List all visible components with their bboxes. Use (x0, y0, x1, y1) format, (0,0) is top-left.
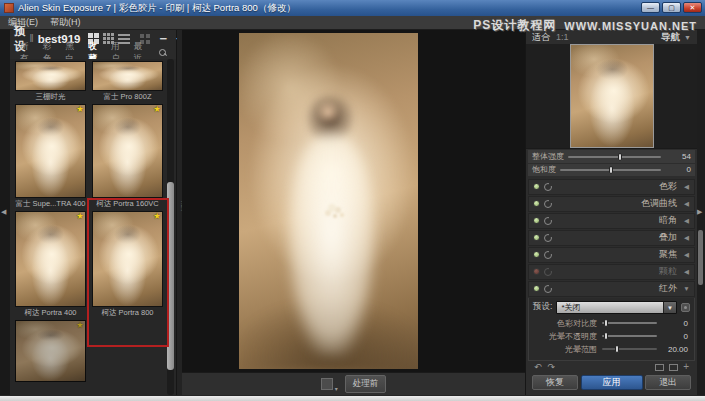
photo-figure-dress (285, 134, 378, 356)
reset-icon[interactable] (544, 183, 552, 191)
section-overlay[interactable]: 叠加 ◀ (528, 230, 695, 246)
enabled-dot-icon[interactable] (533, 200, 540, 207)
infrared-preset-dropdown[interactable]: *关闭 ▼ (556, 301, 677, 314)
close-button[interactable]: ✕ (683, 2, 702, 13)
enabled-dot-icon[interactable] (533, 217, 540, 224)
single-view-icon[interactable] (655, 364, 664, 371)
collapse-icon[interactable]: ◀ (683, 200, 690, 208)
navigator-area (526, 44, 697, 149)
preset-thumbnail[interactable]: ★ (15, 320, 86, 382)
preview-image[interactable] (239, 33, 418, 369)
section-grain[interactable]: 颗粒 ◀ (528, 264, 695, 280)
collapse-left-icon[interactable]: ◀ (1, 208, 6, 216)
section-focus[interactable]: 聚焦 ◀ (528, 247, 695, 263)
slider-track[interactable] (602, 348, 657, 350)
preset-category-tabs: 所有 彩色 黑白 收藏 用户 最近 (10, 46, 176, 59)
slider-thumb[interactable] (609, 166, 613, 174)
navigator-thumbnail[interactable] (570, 44, 654, 148)
preset-scrollbar-thumb[interactable] (167, 182, 174, 370)
collapse-icon[interactable]: ◀ (683, 251, 690, 259)
add-view-icon[interactable]: + (683, 363, 689, 371)
screen: Alien Skin Exposure 7 | 彩色胶片 - 印刷 | 柯达 P… (0, 0, 705, 401)
preset-item-selected[interactable]: ★ 柯达 Portra 800 (92, 211, 163, 318)
right-scrollbar-thumb[interactable] (698, 230, 703, 285)
preset-item[interactable]: 富士 Pro 800Z (92, 61, 163, 102)
color-contrast-slider[interactable]: 色彩对比度 0 (533, 317, 690, 330)
reset-icon[interactable] (544, 285, 552, 293)
preset-item[interactable]: ★ 柯达 Portra 160VC (92, 104, 163, 209)
collapse-icon[interactable]: ◀ (683, 234, 690, 242)
star-icon[interactable]: ★ (76, 104, 84, 114)
left-collapse-strip[interactable]: ◀ (0, 30, 10, 395)
preset-item[interactable]: ★ (15, 320, 86, 393)
preset-item[interactable]: 三棚时光 (15, 61, 86, 102)
slider-track[interactable] (568, 156, 661, 158)
preset-item[interactable]: ★ 富士 Supe...TRA 400 (15, 104, 86, 209)
expand-icon[interactable]: ▼ (683, 285, 690, 292)
overall-intensity-slider[interactable]: 整体强度 54 (528, 150, 695, 162)
enabled-dot-icon[interactable] (533, 285, 540, 292)
navigator-collapse-icon[interactable]: ▼ (684, 34, 691, 41)
reset-icon[interactable] (544, 200, 552, 208)
reset-icon[interactable] (544, 234, 552, 242)
slider-track[interactable] (602, 322, 657, 324)
slider-thumb[interactable] (618, 153, 622, 161)
split-view-icon[interactable] (669, 364, 678, 371)
enabled-dot-icon[interactable] (533, 251, 540, 258)
exit-button[interactable]: 退出 (645, 375, 691, 390)
slider-track[interactable] (602, 335, 657, 337)
collapse-icon[interactable]: ◀ (683, 217, 690, 225)
reset-icon[interactable] (544, 217, 552, 225)
minimize-button[interactable]: — (641, 2, 660, 13)
collapse-icon[interactable]: ◀ (683, 183, 690, 191)
enabled-dot-icon[interactable] (533, 234, 540, 241)
right-collapse-strip[interactable]: ▶ (697, 30, 705, 395)
reset-icon[interactable] (544, 268, 552, 276)
saturation-slider[interactable]: 饱和度 0 (528, 164, 695, 176)
slider-thumb[interactable] (615, 345, 619, 353)
star-icon[interactable]: ★ (153, 104, 161, 114)
collapse-icon[interactable]: ◀ (683, 268, 690, 276)
before-button[interactable]: 处理前 (345, 375, 387, 393)
section-color[interactable]: 色彩 ◀ (528, 179, 695, 195)
preset-options-icon[interactable] (681, 303, 690, 312)
before-thumbnail-icon[interactable] (321, 378, 333, 390)
slider-thumb[interactable] (604, 319, 608, 327)
star-icon[interactable]: ★ (153, 211, 161, 221)
preset-thumbnail[interactable] (15, 61, 86, 91)
search-icon[interactable] (159, 49, 166, 57)
preset-thumbnail[interactable] (92, 61, 163, 91)
reset-icon[interactable] (544, 251, 552, 259)
effect-sections: 色彩 ◀ 色调曲线 ◀ 暗角 ◀ (526, 179, 697, 361)
preset-label: 富士 Supe...TRA 400 (15, 198, 86, 209)
preset-item[interactable]: ★ 柯达 Portra 400 (15, 211, 86, 318)
dropdown-arrow-icon[interactable]: ▼ (663, 302, 676, 313)
section-tone-curve[interactable]: 色调曲线 ◀ (528, 196, 695, 212)
restore-button[interactable]: 恢复 (532, 375, 578, 390)
compare-view-icon[interactable] (140, 34, 150, 44)
slider-thumb[interactable] (604, 332, 608, 340)
collapse-right-icon[interactable]: ▶ (697, 208, 702, 216)
preset-label: 富士 Pro 800Z (92, 91, 163, 102)
enabled-dot-icon[interactable] (533, 183, 540, 190)
slider-track[interactable] (560, 169, 661, 171)
menu-help[interactable]: 帮助(H) (50, 16, 81, 29)
halation-opacity-slider[interactable]: 光晕不透明度 0 (533, 330, 690, 343)
restore-button[interactable]: ▢ (662, 2, 681, 13)
star-icon[interactable]: ★ (76, 211, 84, 221)
star-icon[interactable]: ★ (76, 320, 84, 330)
section-infrared[interactable]: 红外 ▼ (528, 281, 695, 297)
preset-thumbnail[interactable]: ★ (92, 211, 163, 307)
halation-spread-slider[interactable]: 光晕范围 20.00 (533, 343, 690, 356)
section-vignette[interactable]: 暗角 ◀ (528, 213, 695, 229)
redo-icon[interactable]: ↷ (548, 363, 556, 372)
before-caret-icon[interactable]: ▾ (335, 385, 338, 392)
preset-thumbnail[interactable]: ★ (92, 104, 163, 198)
undo-icon[interactable]: ↶ (534, 363, 542, 372)
preset-thumbnail[interactable]: ★ (15, 211, 86, 307)
preset-thumbnail[interactable]: ★ (15, 104, 86, 198)
preview-toolbar: ▾ 处理前 (182, 372, 525, 395)
apply-button[interactable]: 应用 (581, 375, 643, 390)
disabled-dot-icon[interactable] (533, 268, 540, 275)
thumbnail-smaller-button[interactable]: − (159, 34, 167, 44)
